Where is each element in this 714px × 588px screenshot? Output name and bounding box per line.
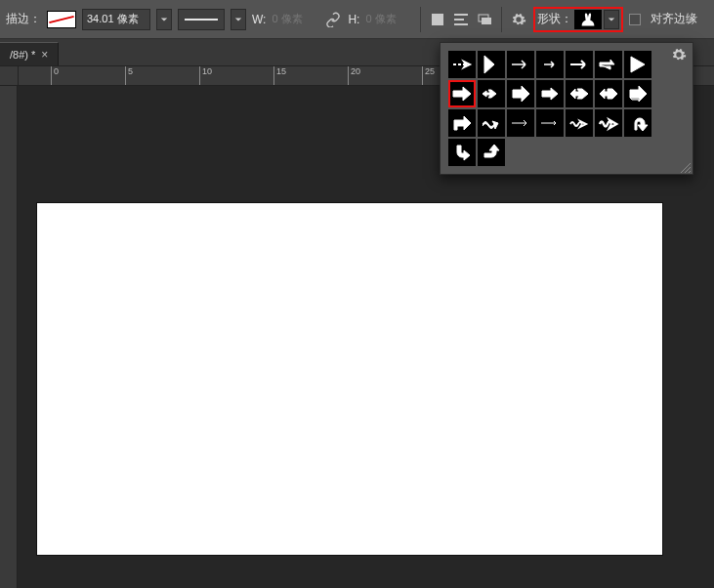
shape-label: 形状： [537, 11, 572, 27]
shape-arrow-thin-short[interactable] [536, 51, 564, 78]
separator [501, 7, 502, 32]
close-tab-icon[interactable]: × [41, 48, 48, 62]
options-bar: 描边： 34.01 像素 W: 0 像素 H: 0 像素 形状： 对齐边缘 [0, 0, 714, 39]
flyout-menu-icon[interactable] [671, 47, 687, 63]
ruler-tick: 0 [51, 66, 59, 85]
stroke-color-swatch[interactable] [47, 11, 76, 28]
shape-triangle-right[interactable] [624, 51, 651, 78]
shape-arrow-uturn[interactable] [624, 109, 651, 137]
svg-rect-1 [454, 14, 468, 16]
stroke-label: 描边： [6, 11, 41, 27]
stroke-style-dropdown[interactable] [231, 9, 246, 30]
shape-arrow-3d[interactable] [624, 80, 651, 107]
shape-arrow-dashtail[interactable] [448, 51, 476, 78]
shape-chevron-bold[interactable] [478, 51, 505, 78]
shape-arrow-bold[interactable] [448, 80, 476, 107]
path-ops-icon[interactable] [429, 11, 446, 28]
document-tab-title: /8#) * [10, 49, 35, 61]
shape-arrow-hook-right[interactable] [448, 139, 476, 166]
stroke-width-value: 34.01 像素 [87, 12, 139, 26]
svg-rect-3 [454, 23, 468, 25]
shape-arrow-wave[interactable] [478, 109, 505, 137]
shape-arrow-squiggle[interactable] [566, 109, 593, 137]
shape-picker-flyout [440, 42, 693, 175]
arrange-icon[interactable] [476, 11, 493, 28]
h-field[interactable]: 0 像素 [365, 12, 412, 26]
shape-arrow-block2[interactable] [536, 80, 564, 107]
stroke-style-line-icon [185, 19, 218, 21]
document-tab[interactable]: /8#) * × [0, 42, 59, 65]
ruler-tick: 25 [422, 66, 435, 85]
shape-arrow-squiggle2[interactable] [595, 109, 622, 137]
ruler-tick: 15 [273, 66, 286, 85]
ruler-tick: 20 [348, 66, 360, 85]
shape-arrow-double2[interactable] [595, 80, 622, 107]
shape-arrow-block[interactable] [507, 80, 534, 107]
stroke-width-dropdown[interactable] [156, 9, 172, 30]
shape-arrow-long[interactable] [566, 51, 593, 78]
svg-rect-5 [482, 18, 491, 24]
svg-rect-2 [454, 19, 464, 21]
shape-arrow-thin2[interactable] [507, 109, 534, 137]
w-label: W: [252, 13, 266, 26]
separator [420, 7, 421, 32]
flyout-resize-handle[interactable] [681, 162, 691, 172]
shape-arrow-thin3[interactable] [536, 109, 564, 137]
shape-arrow-hook-up[interactable] [478, 139, 505, 166]
shape-selector-group: 形状： [533, 7, 623, 32]
shape-grid [448, 51, 685, 166]
link-wh-icon[interactable] [324, 11, 342, 28]
shape-arrow-curve-down[interactable] [448, 109, 476, 137]
canvas[interactable] [37, 203, 662, 555]
stroke-width-field[interactable]: 34.01 像素 [82, 9, 150, 30]
ruler-vertical [0, 86, 18, 588]
ruler-tick: 10 [199, 66, 212, 85]
stroke-style-picker[interactable] [178, 9, 225, 30]
h-label: H: [348, 13, 359, 26]
shape-arrow-long2[interactable] [595, 51, 622, 78]
align-edges-checkbox[interactable] [629, 14, 641, 25]
shape-arrow-feather[interactable] [478, 80, 505, 107]
gear-icon[interactable] [510, 11, 527, 28]
ruler-tick: 5 [125, 66, 133, 85]
shape-arrow-double[interactable] [566, 80, 593, 107]
align-icon[interactable] [452, 11, 470, 28]
shape-dropdown-caret[interactable] [604, 10, 619, 29]
svg-rect-0 [432, 14, 443, 25]
align-edges-label: 对齐边缘 [651, 11, 697, 27]
w-field[interactable]: 0 像素 [272, 12, 318, 26]
shape-arrow-thin[interactable] [507, 51, 534, 78]
shape-preview[interactable] [574, 10, 602, 29]
